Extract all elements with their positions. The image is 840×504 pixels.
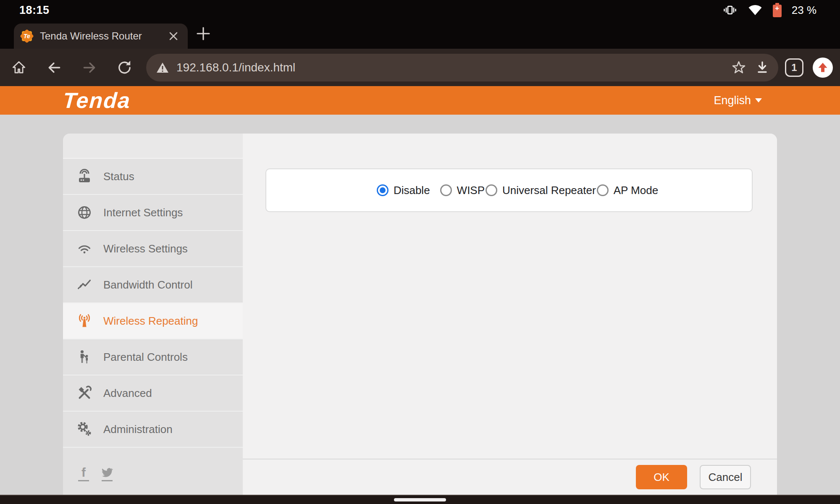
radio-option-disable[interactable]: Disable [377,184,430,197]
radio-selected-icon[interactable] [377,184,388,196]
battery-icon: + [773,3,782,17]
tools-icon [76,384,93,402]
sidebar-item-label: Bandwidth Control [103,278,192,291]
download-icon[interactable] [751,56,774,79]
radio-option-wisp[interactable]: WISP [440,184,485,197]
browser-toolbar: 192.168.0.1/index.html 1 [0,49,840,86]
main-content: Disable WISP Universal Repeater AP Mode [243,134,777,495]
sidebar-item-bandwidth-control[interactable]: Bandwidth Control [63,267,243,303]
sidebar-nav: Status Internet Settings [63,134,243,495]
forward-button[interactable] [76,54,103,81]
sidebar-item-label: Wireless Settings [103,242,188,255]
site-header: Tenda English [0,86,840,115]
facebook-link[interactable]: f [78,467,89,481]
sidebar-item-label: Status [103,170,134,183]
twitter-icon [101,467,113,478]
home-button[interactable] [5,54,33,81]
wifi-icon [76,240,93,257]
radio-unselected-icon[interactable] [440,184,452,196]
mode-radio-group: Disable WISP Universal Repeater AP Mode [377,184,658,197]
globe-icon [76,204,93,221]
router-icon [76,168,93,185]
sidebar-item-label: Advanced [103,387,152,400]
language-selector[interactable]: English [714,94,762,107]
admin-card: Status Internet Settings [63,134,777,495]
sidebar-item-label: Administration [103,423,173,436]
chrome-update-icon[interactable] [813,58,833,78]
bandwidth-chart-icon [76,276,93,294]
clock: 18:15 [19,4,50,17]
family-icon [76,348,93,366]
battery-percent: 23 % [792,4,816,17]
sidebar-item-parental-controls[interactable]: Parental Controls [63,339,243,375]
radio-label: WISP [457,184,485,197]
new-tab-button[interactable] [193,24,213,44]
wifi-status-icon [748,4,763,16]
ok-button[interactable]: OK [636,465,687,489]
cancel-button[interactable]: Cancel [700,465,751,489]
sidebar-item-wireless-repeating[interactable]: Wireless Repeating [63,303,243,339]
tab-title: Tenda Wireless Router [40,30,164,42]
bottom-action-bar: OK Cancel [243,459,777,495]
tab-strip: Te Tenda Wireless Router [0,20,840,49]
android-nav-bar [0,495,840,504]
android-status-bar: 18:15 + 23 % [0,0,840,20]
sidebar-item-advanced[interactable]: Advanced [63,375,243,412]
tab-switcher-button[interactable]: 1 [785,58,803,77]
gesture-pill[interactable] [394,498,446,501]
url-text[interactable]: 192.168.0.1/index.html [176,61,727,74]
radio-label: AP Mode [614,184,658,197]
facebook-icon: f [81,467,86,478]
status-icons: + 23 % [722,3,816,18]
radio-label: Disable [394,184,430,197]
radio-option-ap-mode[interactable]: AP Mode [597,184,658,197]
tenda-favicon-icon: Te [21,30,33,42]
repeating-mode-panel: Disable WISP Universal Repeater AP Mode [265,168,753,212]
sidebar-item-administration[interactable]: Administration [63,412,243,448]
radio-unselected-icon[interactable] [486,184,497,196]
twitter-link[interactable] [101,467,113,481]
social-links: f [63,448,243,481]
url-bar[interactable]: 192.168.0.1/index.html [146,54,778,81]
sidebar-item-wireless-settings[interactable]: Wireless Settings [63,231,243,267]
tenda-logo: Tenda [62,89,131,111]
browser-tab-active[interactable]: Te Tenda Wireless Router [14,24,188,49]
sidebar-header-spacer [63,134,243,159]
back-button[interactable] [40,54,68,81]
sidebar-item-internet-settings[interactable]: Internet Settings [63,195,243,231]
radio-label: Universal Repeater [502,184,596,197]
tab-close-icon[interactable] [164,27,183,45]
vibrate-icon [722,3,738,18]
radio-unselected-icon[interactable] [597,184,609,196]
antenna-icon [76,312,93,330]
language-label: English [714,94,751,107]
site-warning-icon[interactable] [156,62,169,74]
sidebar-item-label: Parental Controls [103,351,188,364]
bookmark-star-icon[interactable] [727,56,751,79]
sidebar-item-status[interactable]: Status [63,159,243,195]
gears-icon [76,420,93,438]
sidebar-item-label: Internet Settings [103,206,183,219]
radio-option-universal-repeater[interactable]: Universal Repeater [486,184,596,197]
page-background: Status Internet Settings [0,115,840,495]
chevron-down-icon [755,98,762,102]
reload-button[interactable] [111,54,139,81]
sidebar-item-label: Wireless Repeating [103,315,198,328]
